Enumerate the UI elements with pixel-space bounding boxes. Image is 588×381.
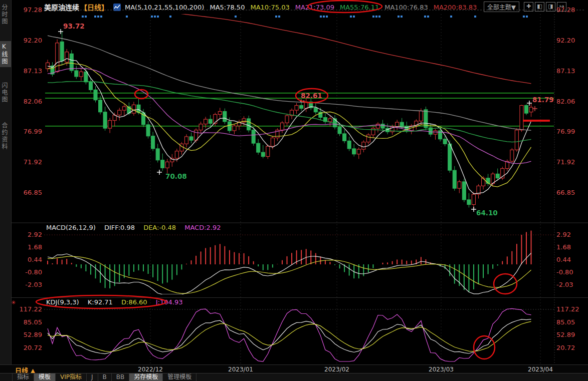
candle-body <box>338 127 341 134</box>
timeline-bar: 日线 ▲ 2022/12 2023/01 2023/02 2023/03 202… <box>0 364 588 373</box>
price-mark: 82.61 <box>301 92 322 100</box>
event-dot <box>424 16 426 18</box>
pan-right-tool-button[interactable]: ↦ <box>557 2 566 12</box>
y-axis-label: 85.05 <box>24 318 42 326</box>
candle-body <box>132 105 135 113</box>
kdj-j: J:104.93 <box>156 298 183 306</box>
candle-body <box>381 124 384 128</box>
candle-body <box>343 134 346 141</box>
event-dot <box>353 16 355 18</box>
macd-dea: DEA:-0.48 <box>143 224 176 231</box>
candle-body <box>199 124 203 130</box>
kdj-j-line <box>48 308 531 361</box>
candle-body <box>247 119 251 130</box>
candle-body <box>501 169 504 178</box>
sidebar-item-contract-info[interactable]: 合约资料 <box>0 120 11 152</box>
candle-body <box>252 130 255 143</box>
event-dot <box>275 16 277 18</box>
sidebar-item-kline-chart[interactable]: K线图 <box>0 41 11 67</box>
x-scale-tool-button[interactable]: ◨ <box>546 2 555 12</box>
event-dot <box>450 16 452 18</box>
candle-body <box>70 54 73 71</box>
chart-canvas[interactable]: 97.2897.2892.2092.2087.1387.1382.0682.06… <box>0 0 588 381</box>
y-scale-tool-button[interactable]: ◧ <box>535 2 544 12</box>
kdj-name: KDJ(9,3,3) <box>46 298 79 306</box>
y-axis-label: 2.92 <box>28 231 42 238</box>
tab-j[interactable]: J <box>87 373 98 381</box>
y-axis-label: 87.13 <box>556 67 575 75</box>
y-axis-label: 117.22 <box>20 305 43 313</box>
y-axis-label: -2.03 <box>556 281 573 288</box>
candle-body <box>453 170 456 188</box>
ma-layer <box>48 5 531 194</box>
tab-save-template[interactable]: 另存模板 <box>129 373 163 381</box>
candle-body <box>295 106 298 111</box>
candle-body <box>184 137 188 144</box>
candle-body <box>415 121 418 126</box>
candle-body <box>156 149 159 160</box>
tab-indicators[interactable]: 指标 <box>12 373 34 381</box>
y-axis-label: 52.89 <box>24 331 42 338</box>
y-axis-label: 66.85 <box>556 189 575 196</box>
tab-templates[interactable]: 模板 <box>34 373 56 381</box>
tab-manage-template[interactable]: 管理模板 <box>163 373 197 381</box>
ma-legend: MA(5,10,21,55,100,200) MA5:78.50 MA10:75… <box>125 4 482 11</box>
y-axis-label: 87.13 <box>24 67 42 75</box>
candle-body <box>271 138 274 146</box>
candle-body <box>238 122 241 126</box>
macd-label-row: MACD(26,12,9) DIFF:0.98 DEA:-0.48 MACD:2… <box>46 224 227 231</box>
crosshair-tool-button[interactable]: ✚ <box>524 2 533 12</box>
pen-ellipse <box>494 274 517 294</box>
event-dot <box>157 16 159 18</box>
macd-diff-line <box>48 253 531 295</box>
kdj-k-line <box>48 319 531 354</box>
candle-body <box>529 107 533 112</box>
tab-b[interactable]: B <box>98 373 112 381</box>
y-axis-label: 85.05 <box>556 318 575 326</box>
candle-body <box>319 112 322 118</box>
candle-body <box>99 100 102 112</box>
ma-line-200 <box>48 5 531 84</box>
candle-body <box>458 182 461 188</box>
y-axis-label: 92.20 <box>24 37 42 44</box>
y-axis-label: 76.99 <box>24 128 42 135</box>
event-dot <box>526 16 528 18</box>
candle-body <box>510 150 514 161</box>
candle-body <box>175 151 178 158</box>
kdj-settings-icon[interactable]: ✳ <box>11 299 16 306</box>
candle-body <box>142 113 145 125</box>
tab-vip-indicators[interactable]: VIP指标 <box>56 373 87 381</box>
event-dot <box>151 16 153 18</box>
month-label: 2022/12 <box>133 366 168 373</box>
sidebar-item-time-chart[interactable]: 分时图 <box>0 2 11 27</box>
candle-body <box>396 122 399 126</box>
candle-body <box>424 110 428 128</box>
candle-body <box>448 144 452 170</box>
event-dot <box>82 16 84 18</box>
candle-body <box>410 126 413 131</box>
y-axis-label: 66.85 <box>24 189 42 196</box>
theme-dropdown[interactable]: 全部主题▼ <box>484 2 519 12</box>
month-label: 2023/03 <box>424 366 459 373</box>
grid <box>11 10 588 364</box>
candle-body <box>137 105 140 113</box>
candle-body <box>89 82 92 90</box>
support-lines <box>45 93 554 126</box>
candle-body <box>60 42 64 61</box>
candle-body <box>496 174 499 178</box>
y-axis-label: 117.22 <box>556 305 579 313</box>
period-tag: 【日线】 <box>80 2 108 12</box>
price-mark: 93.72 <box>63 22 85 30</box>
candle-body <box>314 108 317 112</box>
price-mark: 81.79 <box>532 96 554 104</box>
candle-body <box>482 178 485 186</box>
top-bar: 美原油连续 【日线】 MA(5,10,21,55,100,200) MA5:78… <box>11 0 588 14</box>
y-axis-label: 71.92 <box>556 158 575 166</box>
y-axis-label: 1.68 <box>556 243 571 251</box>
sidebar-item-flash-chart[interactable]: 闪电图 <box>0 80 11 105</box>
candle-body <box>323 118 327 122</box>
ma-line-21 <box>48 68 531 163</box>
tab-bb[interactable]: BB <box>112 373 129 381</box>
y-axis-label: 20.72 <box>556 344 575 351</box>
y-axis-label: 0.44 <box>28 256 42 263</box>
